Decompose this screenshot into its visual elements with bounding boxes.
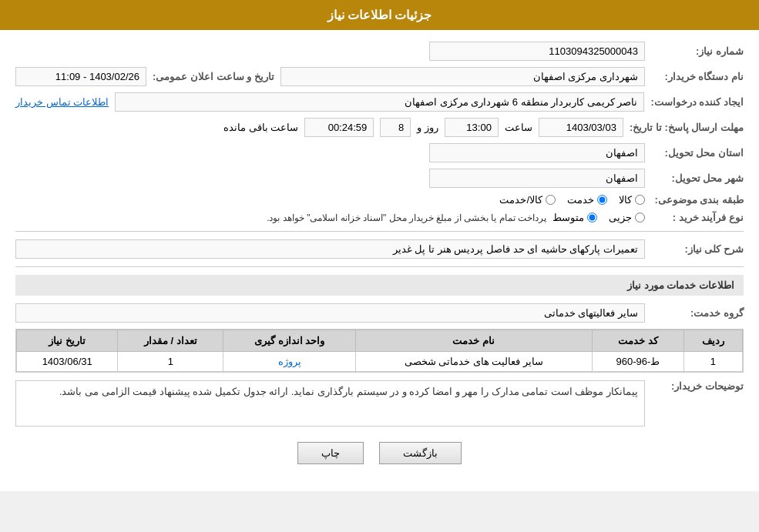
cell-date: 1403/06/31 — [17, 352, 118, 372]
purchase-type-radio-group: جزیی متوسط — [552, 212, 645, 223]
reply-days-label: روز و — [417, 122, 438, 133]
creator-value: ناصر کریمی کاربردار منطقه 6 شهرداری مرکز… — [115, 92, 644, 112]
col-quantity: تعداد / مقدار — [118, 330, 223, 352]
main-content: شماره نیاز: 1103094325000043 نام دستگاه … — [0, 30, 759, 491]
divider-1 — [15, 231, 744, 232]
city-row: شهر محل تحویل: اصفهان — [15, 169, 744, 188]
purchase-jozei-label: جزیی — [609, 212, 632, 223]
table-row: 1 ط-96-960 سایر فعالیت های خدماتی شخصی پ… — [17, 352, 743, 372]
services-table-section: ردیف کد خدمت نام خدمت واحد اندازه گیری ت… — [15, 329, 744, 373]
page-title: جزئیات اطلاعات نیاز — [327, 8, 432, 22]
reply-remaining-label: ساعت باقی مانده — [223, 122, 298, 133]
notes-label: توضیحات خریدار: — [651, 380, 744, 392]
need-description-label: شرح کلی نیاز: — [651, 243, 744, 255]
purchase-type-row: نوع فرآیند خرید : جزیی متوسط پرداخت تمام… — [15, 212, 744, 223]
col-name: نام خدمت — [355, 330, 592, 352]
services-table: ردیف کد خدمت نام خدمت واحد اندازه گیری ت… — [16, 330, 743, 372]
province-row: استان محل تحویل: اصفهان — [15, 143, 744, 162]
services-section-title: اطلاعات خدمات مورد نیاز — [15, 275, 744, 296]
reply-days: 8 — [380, 118, 411, 137]
cell-row-num: 1 — [683, 352, 742, 372]
category-option-kala[interactable]: کالا — [619, 194, 645, 206]
cell-name: سایر فعالیت های خدماتی شخصی — [355, 352, 592, 372]
category-kala-label: کالا — [619, 194, 632, 206]
purchase-motavasset-label: متوسط — [552, 212, 584, 223]
province-label: استان محل تحویل: — [651, 147, 744, 159]
reply-remaining: 00:24:59 — [304, 118, 374, 137]
reply-deadline-row: مهلت ارسال پاسخ: تا تاریخ: 1403/03/03 سا… — [15, 118, 744, 137]
cell-quantity: 1 — [118, 352, 223, 372]
cell-unit: پروژه — [223, 352, 355, 372]
need-description-value: تعمیرات پارکهای حاشیه ای حد فاصل پردیس ه… — [15, 239, 645, 259]
category-row: طبقه بندی موضوعی: کالا خدمت کالا/خدمت — [15, 194, 744, 206]
city-label: شهر محل تحویل: — [651, 172, 744, 184]
service-group-value: سایر فعالیتهای خدماتی — [15, 303, 645, 323]
purchase-type-label: نوع فرآیند خرید : — [651, 212, 744, 223]
col-date: تاریخ نیاز — [17, 330, 118, 352]
notes-row: توضیحات خریدار: پیمانکار موظف است تمامی … — [15, 380, 744, 427]
notes-value: پیمانکار موظف است تمامی مدارک را مهر و ا… — [15, 380, 645, 427]
need-description-row: شرح کلی نیاز: تعمیرات پارکهای حاشیه ای ح… — [15, 239, 744, 259]
page-header: جزئیات اطلاعات نیاز — [0, 0, 759, 30]
announce-date-value: 1403/02/26 - 11:09 — [15, 67, 146, 86]
table-header-row: ردیف کد خدمت نام خدمت واحد اندازه گیری ت… — [17, 330, 743, 352]
need-number-row: شماره نیاز: 1103094325000043 — [15, 42, 744, 61]
category-radio-group: کالا خدمت کالا/خدمت — [499, 194, 645, 206]
category-kala-khedmat-label: کالا/خدمت — [499, 194, 542, 206]
service-group-row: گروه خدمت: سایر فعالیتهای خدماتی — [15, 303, 744, 323]
need-number-value: 1103094325000043 — [429, 42, 645, 61]
divider-2 — [15, 266, 744, 267]
category-khedmat-label: خدمت — [567, 194, 594, 206]
reply-time: 13:00 — [445, 118, 499, 137]
service-group-label: گروه خدمت: — [651, 307, 744, 319]
need-number-label: شماره نیاز: — [651, 45, 744, 57]
category-option-khedmat[interactable]: خدمت — [567, 194, 607, 206]
back-button[interactable]: بازگشت — [379, 442, 462, 464]
buyer-announce-row: نام دستگاه خریدار: شهرداری مرکزی اصفهان … — [15, 67, 744, 86]
col-row-num: ردیف — [683, 330, 742, 352]
col-code: کد خدمت — [592, 330, 683, 352]
print-button[interactable]: چاپ — [297, 442, 364, 464]
contact-link[interactable]: اطلاعات تماس خریدار — [15, 96, 109, 108]
purchase-type-note: پرداخت تمام یا بخشی از مبلغ خریدار محل "… — [15, 212, 546, 223]
buyer-org-label: نام دستگاه خریدار: — [651, 71, 744, 82]
creator-row: ایجاد کننده درخواست: ناصر کریمی کاربردار… — [15, 92, 744, 112]
reply-date: 1403/03/03 — [539, 118, 623, 137]
page-wrapper: جزئیات اطلاعات نیاز شماره نیاز: 11030943… — [0, 0, 759, 491]
announce-date-label: تاریخ و ساعت اعلان عمومی: — [153, 71, 274, 82]
purchase-type-motavasset[interactable]: متوسط — [552, 212, 597, 223]
reply-time-label: ساعت — [505, 122, 532, 133]
button-row: بازگشت چاپ — [15, 442, 744, 480]
col-unit: واحد اندازه گیری — [223, 330, 355, 352]
creator-label: ایجاد کننده درخواست: — [650, 96, 744, 108]
category-label: طبقه بندی موضوعی: — [651, 194, 744, 206]
province-value: اصفهان — [429, 143, 645, 162]
reply-deadline-label: مهلت ارسال پاسخ: تا تاریخ: — [630, 122, 744, 133]
cell-code: ط-96-960 — [592, 352, 683, 372]
buyer-org-value: شهرداری مرکزی اصفهان — [280, 67, 645, 86]
city-value: اصفهان — [429, 169, 645, 188]
purchase-type-jozei[interactable]: جزیی — [609, 212, 645, 223]
category-option-kala-khedmat[interactable]: کالا/خدمت — [499, 194, 556, 206]
